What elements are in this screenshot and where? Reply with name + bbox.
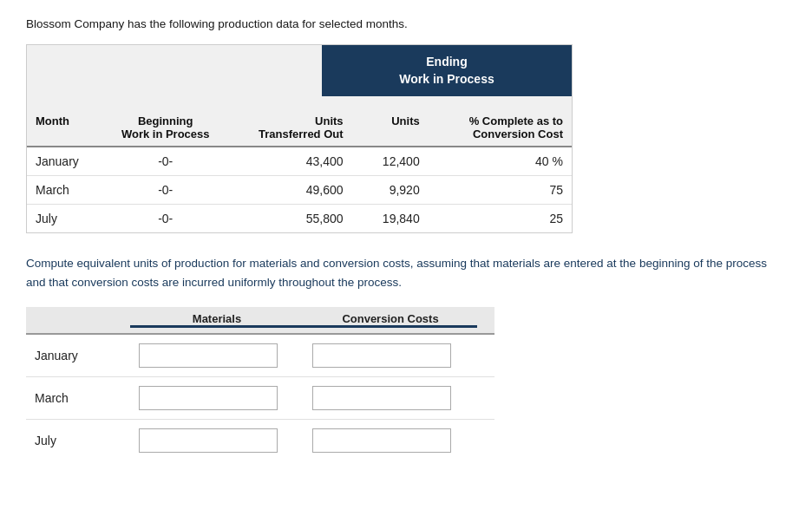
- cell-units: 9,920: [352, 176, 429, 205]
- table-row: July -0- 55,800 19,840 25: [27, 205, 572, 233]
- conversion-input-january[interactable]: [312, 343, 451, 368]
- answer-row-label: January: [26, 349, 130, 363]
- cell-pct: 25: [429, 205, 572, 233]
- production-table: Ending Work in Process Month Beginning W…: [26, 44, 573, 233]
- compute-text: Compute equivalent units of production f…: [26, 254, 786, 291]
- table-row: January -0- 43,400 12,400 40 %: [27, 147, 572, 176]
- answer-header-spacer: [26, 312, 130, 328]
- cell-units: 19,840: [352, 205, 429, 233]
- cell-bwip: -0-: [103, 176, 227, 205]
- conversion-input-july[interactable]: [312, 428, 451, 453]
- materials-input-january[interactable]: [139, 343, 278, 368]
- answer-materials-input-container: [130, 386, 304, 410]
- materials-input-july[interactable]: [139, 428, 278, 453]
- table-row: March -0- 49,600 9,920 75: [27, 176, 572, 205]
- cell-transferred: 55,800: [227, 205, 351, 233]
- answer-row: July: [26, 420, 494, 461]
- intro-text: Blossom Company has the following produc…: [26, 17, 786, 30]
- cell-transferred: 49,600: [227, 176, 351, 205]
- cell-pct: 75: [429, 176, 572, 205]
- cell-bwip: -0-: [103, 147, 227, 176]
- answer-header: Materials Conversion Costs: [26, 307, 494, 335]
- col-header-month: Month: [27, 96, 103, 147]
- cell-month: July: [27, 205, 103, 233]
- answer-materials-input-container: [130, 343, 304, 368]
- answer-section: Materials Conversion Costs January March…: [26, 307, 494, 461]
- cell-month: March: [27, 176, 103, 205]
- answer-row-label: March: [26, 391, 130, 405]
- answer-conversion-input-container: [304, 343, 477, 368]
- ending-wip-header: Ending Work in Process: [322, 45, 572, 96]
- cell-month: January: [27, 147, 103, 176]
- answer-row: March: [26, 377, 494, 420]
- answer-row-label: July: [26, 434, 130, 447]
- col-header-pct: % Complete as to Conversion Cost: [429, 96, 572, 147]
- answer-header-conversion: Conversion Costs: [304, 312, 477, 328]
- cell-pct: 40 %: [429, 147, 572, 176]
- answer-header-materials: Materials: [130, 312, 304, 328]
- conversion-input-march[interactable]: [312, 386, 451, 410]
- col-header-bwip: Beginning Work in Process: [103, 96, 227, 147]
- answer-conversion-input-container: [304, 386, 477, 410]
- cell-bwip: -0-: [103, 205, 227, 233]
- answer-row: January: [26, 335, 494, 377]
- cell-units: 12,400: [352, 147, 429, 176]
- answer-conversion-input-container: [304, 428, 477, 453]
- materials-input-march[interactable]: [139, 386, 278, 410]
- col-header-transferred: Units Transferred Out: [227, 96, 351, 147]
- cell-transferred: 43,400: [227, 147, 351, 176]
- col-header-units: Units: [352, 96, 429, 147]
- answer-materials-input-container: [130, 428, 304, 453]
